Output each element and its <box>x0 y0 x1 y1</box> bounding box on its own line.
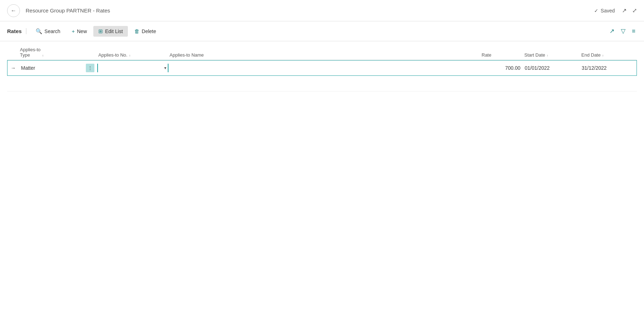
toolbar-right: ↗ ▽ ≡ <box>608 26 637 36</box>
row-rate: 700.00 <box>480 64 523 72</box>
col-more <box>83 47 97 58</box>
delete-button[interactable]: 🗑 Delete <box>129 26 161 36</box>
empty-row <box>7 76 637 91</box>
table-row: → Matter ⋮ ▾ 700.00 01/01/2022 31/12/202… <box>7 60 637 76</box>
col-end-date: End Date ↑ <box>580 47 637 58</box>
saved-label: Saved <box>601 8 615 14</box>
toolbar: Rates 🔍 Search + New ⊞ Edit List 🗑 Delet… <box>0 21 644 41</box>
trash-icon: 🗑 <box>134 28 140 34</box>
edit-list-label: Edit List <box>105 28 123 34</box>
col-applies-to-name: Applies-to Name <box>168 47 480 58</box>
row-more: ⋮ <box>83 62 97 74</box>
new-button[interactable]: + New <box>67 26 92 36</box>
search-icon: 🔍 <box>36 28 42 35</box>
table-area: Applies-toType ↑ Applies-to No. ↑ Applie… <box>0 41 644 91</box>
edit-list-button[interactable]: ⊞ Edit List <box>93 26 128 37</box>
col-rate: Rate <box>480 47 523 58</box>
row-no-cell[interactable]: ▾ <box>97 64 168 72</box>
row-more-button[interactable]: ⋮ <box>86 64 94 72</box>
share-icon[interactable]: ↗ <box>622 7 627 14</box>
sort-icon-end: ↑ <box>602 54 604 58</box>
row-start-date: 01/01/2022 <box>523 64 580 72</box>
header-right: ✓ Saved ↗ ⤢ <box>594 7 637 14</box>
saved-status: ✓ Saved <box>594 8 615 14</box>
row-arrow: → <box>7 64 19 72</box>
new-label: New <box>77 28 87 34</box>
toolbar-title: Rates <box>7 28 26 34</box>
back-button[interactable]: ← <box>7 4 20 17</box>
toolbar-columns-icon[interactable]: ≡ <box>630 26 637 36</box>
toolbar-share-icon[interactable]: ↗ <box>608 26 616 36</box>
sort-icon-type: ↑ <box>42 54 44 58</box>
col-applies-to-no: Applies-to No. ↑ <box>97 47 168 58</box>
edit-list-icon: ⊞ <box>98 28 103 35</box>
page-title: Resource Group PARTNER - Rates <box>26 7 110 14</box>
sort-icon-start: ↑ <box>547 54 549 58</box>
row-type: Matter <box>19 64 83 72</box>
page-header: ← Resource Group PARTNER - Rates ✓ Saved… <box>0 0 644 21</box>
search-label: Search <box>45 28 60 34</box>
dropdown-toggle-button[interactable]: ▾ <box>164 65 166 70</box>
delete-label: Delete <box>142 28 156 34</box>
header-left: ← Resource Group PARTNER - Rates <box>7 4 110 17</box>
plus-icon: + <box>72 28 75 34</box>
table-header: Applies-toType ↑ Applies-to No. ↑ Applie… <box>7 47 637 60</box>
col-applies-to-type: Applies-toType ↑ <box>19 47 83 58</box>
applies-to-no-input[interactable] <box>98 64 168 72</box>
toolbar-filter-icon[interactable]: ▽ <box>619 26 627 36</box>
row-end-date: 31/12/2022 <box>580 64 637 72</box>
col-start-date: Start Date ↑ <box>523 47 580 58</box>
expand-icon[interactable]: ⤢ <box>632 7 637 14</box>
col-arrow <box>7 47 19 58</box>
sort-icon-no: ↑ <box>129 54 131 58</box>
back-icon: ← <box>11 7 16 14</box>
header-icons: ↗ ⤢ <box>622 7 637 14</box>
search-button[interactable]: 🔍 Search <box>31 26 65 37</box>
row-name <box>168 67 480 69</box>
check-icon: ✓ <box>594 8 598 14</box>
